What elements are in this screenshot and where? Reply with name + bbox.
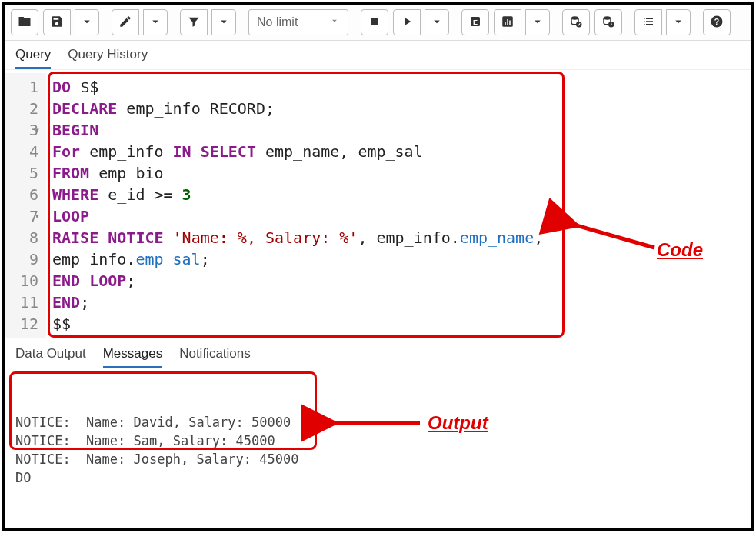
- line-number: 11: [9, 291, 38, 313]
- code-line[interactable]: FROM emp_bio: [52, 162, 543, 184]
- message-line: NOTICE: Name: Sam, Salary: 45000: [15, 431, 741, 450]
- toolbar: No limit E: [5, 5, 751, 41]
- line-number: 9: [9, 248, 38, 270]
- code-line[interactable]: emp_info.emp_sal;: [52, 248, 543, 270]
- tab-messages[interactable]: Messages: [103, 346, 162, 368]
- pencil-icon: [118, 15, 132, 31]
- svg-rect-6: [509, 20, 511, 25]
- save-icon: [50, 15, 64, 31]
- chart-icon: [501, 15, 515, 31]
- line-number: 3: [9, 119, 38, 141]
- chevron-down-icon: [430, 15, 444, 31]
- tab-notifications[interactable]: Notifications: [179, 346, 251, 368]
- chevron-down-icon: [148, 15, 162, 31]
- tab-query[interactable]: Query: [15, 47, 51, 69]
- tab-data-output[interactable]: Data Output: [15, 346, 86, 368]
- db-check-icon: [569, 15, 583, 31]
- edit-button[interactable]: [112, 9, 139, 35]
- macro-button[interactable]: [634, 9, 662, 35]
- folder-icon: [18, 15, 32, 31]
- stop-icon: [368, 15, 381, 31]
- line-number: 6: [9, 184, 38, 205]
- svg-rect-4: [505, 22, 506, 25]
- play-icon: [400, 15, 414, 31]
- line-number: 1: [9, 76, 38, 98]
- edit-dropdown-button[interactable]: [143, 9, 168, 35]
- line-gutter: 123456789101112: [5, 73, 46, 338]
- svg-text:E: E: [473, 18, 478, 25]
- code-line[interactable]: WHERE e_id >= 3: [52, 184, 543, 205]
- line-number: 10: [9, 270, 38, 291]
- editor-tabs: Query Query History: [5, 41, 751, 69]
- svg-text:?: ?: [714, 16, 719, 25]
- line-number: 8: [9, 227, 38, 248]
- limit-dropdown[interactable]: No limit: [248, 9, 348, 35]
- code-line[interactable]: DO $$: [52, 76, 543, 98]
- analyze-dropdown-button[interactable]: [525, 9, 550, 35]
- line-number: 4: [9, 141, 38, 162]
- explain-button[interactable]: E: [461, 9, 489, 35]
- code-line[interactable]: END;: [52, 291, 543, 313]
- save-dropdown-button[interactable]: [75, 9, 99, 35]
- message-line: NOTICE: Name: Joseph, Salary: 45000: [15, 450, 741, 468]
- svg-rect-5: [507, 19, 508, 25]
- code-line[interactable]: LOOP: [52, 205, 543, 227]
- tab-query-history[interactable]: Query History: [68, 47, 148, 69]
- help-icon: ?: [710, 15, 724, 31]
- sql-editor[interactable]: 123456789101112 DO $$DECLARE emp_info RE…: [5, 69, 751, 338]
- svg-rect-0: [371, 18, 378, 25]
- svg-point-9: [604, 16, 611, 20]
- db-refresh-icon: [601, 15, 615, 31]
- line-number: 2: [9, 98, 38, 119]
- save-button[interactable]: [43, 9, 71, 35]
- code-area[interactable]: DO $$DECLARE emp_info RECORD;BEGINFor em…: [46, 73, 549, 338]
- macro-dropdown-button[interactable]: [666, 9, 691, 35]
- chevron-down-icon: [531, 15, 545, 31]
- filter-button[interactable]: [180, 9, 208, 35]
- caret-down-icon: [329, 15, 340, 29]
- analyze-button[interactable]: [494, 9, 521, 35]
- code-line[interactable]: DECLARE emp_info RECORD;: [52, 98, 543, 119]
- code-line[interactable]: RAISE NOTICE 'Name: %, Salary: %', emp_i…: [52, 227, 543, 248]
- message-line: DO: [15, 468, 741, 487]
- message-line: NOTICE: Name: David, Salary: 50000: [15, 413, 741, 431]
- explain-icon: E: [468, 15, 482, 31]
- commit-button[interactable]: [562, 9, 590, 35]
- line-number: 12: [9, 313, 38, 335]
- stop-button[interactable]: [361, 9, 388, 35]
- chevron-down-icon: [80, 15, 94, 31]
- filter-icon: [187, 15, 201, 31]
- svg-point-7: [571, 16, 578, 20]
- code-line[interactable]: For emp_info IN SELECT emp_name, emp_sal: [52, 141, 543, 162]
- result-tabs: Data Output Messages Notifications: [5, 338, 751, 368]
- chevron-down-icon: [217, 15, 231, 31]
- open-folder-button[interactable]: [11, 9, 38, 35]
- filter-dropdown-button[interactable]: [211, 9, 236, 35]
- help-button[interactable]: ?: [703, 9, 731, 35]
- execute-dropdown-button[interactable]: [425, 9, 449, 35]
- code-line[interactable]: END LOOP;: [52, 270, 543, 291]
- rollback-button[interactable]: [594, 9, 622, 35]
- limit-dropdown-label: No limit: [257, 15, 298, 29]
- chevron-down-icon: [671, 15, 685, 31]
- line-number: 5: [9, 162, 38, 184]
- code-line[interactable]: $$: [52, 313, 543, 335]
- list-icon: [641, 15, 655, 31]
- messages-panel: NOTICE: Name: David, Salary: 50000NOTICE…: [5, 368, 751, 533]
- line-number: 7: [9, 205, 38, 227]
- execute-button[interactable]: [393, 9, 421, 35]
- code-line[interactable]: BEGIN: [52, 119, 543, 141]
